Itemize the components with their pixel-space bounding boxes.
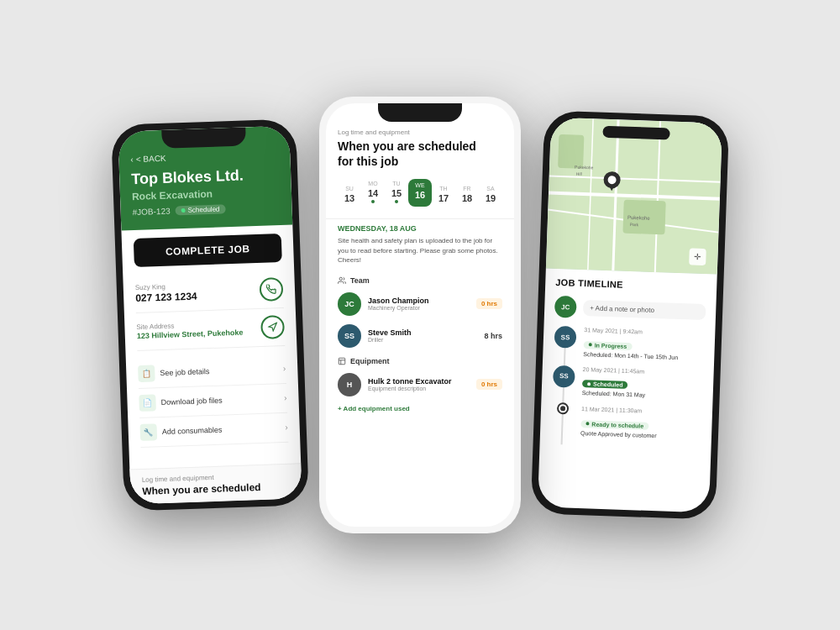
cal-we-line — [413, 202, 427, 203]
add-equipment-button[interactable]: + Add equipment used — [326, 401, 514, 417]
cal-mo-dot — [371, 200, 375, 203]
consumables-icon: 🔧 — [139, 423, 157, 441]
menu-label-download: Download job files — [160, 396, 222, 407]
cal-we[interactable]: WE 16 — [408, 179, 432, 207]
job-id: #JOB-123 — [132, 206, 170, 217]
log-time-label: Log time and equipment — [338, 129, 502, 136]
center-title: When you are scheduled for this job — [338, 139, 502, 169]
left-phone: ‹ < BACK Top Blokes Ltd. Rock Excavation… — [111, 118, 309, 511]
cal-su[interactable]: SU 13 — [338, 182, 361, 207]
center-phone: Log time and equipment When you are sche… — [319, 97, 521, 533]
menu-item-consumables[interactable]: 🔧 Add consumables › — [139, 412, 288, 447]
day-note: Site health and safety plan is uploaded … — [326, 236, 514, 271]
navigate-button[interactable] — [260, 315, 285, 339]
badge-ready: Ready to schedule — [580, 420, 648, 430]
team-member-ss: SS Steve Smith Driller 8 hrs — [326, 320, 514, 352]
back-button[interactable]: ‹ < BACK — [130, 150, 278, 164]
svg-marker-0 — [269, 323, 277, 331]
calendar-row: SU 13 MO 14 TU 15 — [338, 177, 502, 207]
tl-avatar-ss-1: SS — [554, 326, 577, 349]
notch-left — [161, 127, 246, 148]
cal-th[interactable]: TH 17 — [432, 182, 455, 207]
timeline-item-1: SS 31 May 2021 | 9:42am In Progress Sche… — [553, 326, 706, 370]
svg-text:Park: Park — [630, 222, 639, 227]
download-icon: 📄 — [139, 394, 156, 412]
svg-text:Hill: Hill — [576, 171, 582, 176]
add-note-button[interactable]: + Add a note or photo — [583, 300, 706, 320]
notch-right — [602, 126, 669, 140]
cal-fr[interactable]: FR 18 — [455, 182, 479, 207]
timeline-section: JOB TIMELINE JC + Add a note or photo — [538, 268, 717, 512]
tl-dot-3 — [559, 404, 567, 412]
timeline-title: JOB TIMELINE — [555, 277, 706, 292]
team-section-label: Team — [326, 271, 514, 288]
tl-avatar-ss-2: SS — [553, 365, 575, 387]
timeline-list: SS 31 May 2021 | 9:42am In Progress Sche… — [550, 326, 706, 449]
job-details-icon: 📋 — [138, 365, 155, 382]
call-button[interactable] — [259, 277, 283, 302]
svg-text:Pukekohe: Pukekohe — [627, 215, 651, 221]
hrs-badge-jc[interactable]: 0 hrs — [476, 298, 502, 309]
app-scene: ‹ < BACK Top Blokes Ltd. Rock Excavation… — [8, 13, 832, 617]
equipment-section-label: Equipment — [326, 352, 514, 369]
hrs-badge-h[interactable]: 0 hrs — [476, 379, 502, 390]
contact-row: Suzy King 027 123 1234 — [135, 277, 284, 313]
menu-label-consumables: Add consumables — [162, 425, 223, 435]
contact-number: 027 123 1234 — [135, 290, 197, 304]
left-screen-body: Suzy King 027 123 1234 Site Address — [123, 270, 301, 469]
menu-label-job-details: See job details — [160, 367, 209, 377]
svg-point-1 — [339, 277, 342, 280]
cal-tu-dot — [395, 200, 398, 203]
notch-center — [378, 103, 462, 122]
equipment-item-h: H Hulk 2 tonne Excavator Equipment descr… — [326, 369, 514, 401]
badge-in-progress: In Progress — [584, 341, 633, 350]
chevron-icon-2: › — [284, 393, 287, 402]
avatar-ss: SS — [338, 324, 361, 348]
svg-text:Pukekohe: Pukekohe — [575, 165, 594, 171]
chevron-icon-3: › — [285, 423, 288, 432]
svg-text:✛: ✛ — [694, 252, 701, 261]
right-phone: Pukekohe Park Pukekohe Hill ✛ — [531, 110, 730, 519]
cal-mo[interactable]: MO 14 — [361, 177, 385, 207]
cal-tu[interactable]: TU 15 — [385, 177, 408, 207]
avatar-jc: JC — [338, 292, 361, 316]
cal-sa[interactable]: SA 19 — [479, 182, 502, 207]
bottom-section: Log time and equipment When you are sche… — [129, 463, 302, 504]
avatar-h: H — [338, 373, 361, 396]
badge-dot-icon — [181, 208, 186, 213]
chevron-icon: › — [283, 364, 286, 373]
timeline-item-2: SS 20 May 2021 | 11:45am Scheduled Sched… — [551, 365, 704, 409]
svg-rect-11 — [558, 134, 584, 169]
map-section: Pukekohe Park Pukekohe Hill ✛ — [546, 118, 722, 275]
avatar-jc-timeline: JC — [554, 296, 577, 318]
day-label: WEDNESDAY, 18 AUG — [326, 219, 514, 236]
timeline-item-3: 11 Mar 2021 | 11:30am Ready to schedule … — [550, 404, 703, 449]
team-member-jc: JC Jason Champion Machinery Operator 0 h… — [326, 288, 514, 320]
equipment-info-h: Hulk 2 tonne Excavator Equipment descrip… — [368, 377, 470, 391]
member-info-jc: Jason Champion Machinery Operator — [368, 297, 470, 311]
address-row: Site Address 123 Hillview Street, Pukeho… — [136, 315, 285, 351]
complete-job-button[interactable]: COMPLETE JOB — [134, 234, 282, 267]
status-badge: Scheduled — [175, 204, 225, 215]
svg-rect-2 — [339, 358, 345, 365]
badge-scheduled: Scheduled — [582, 380, 628, 389]
hrs-text-ss[interactable]: 8 hrs — [484, 332, 502, 340]
member-info-ss: Steve Smith Driller — [368, 328, 477, 343]
